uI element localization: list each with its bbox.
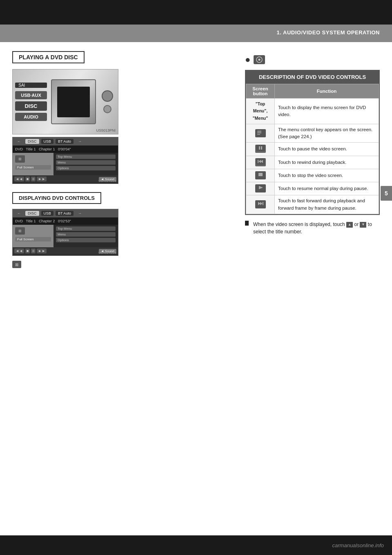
dvd-title-text-1: DVD Title 1 Chapter 1 0'00'04": [15, 147, 71, 151]
dvd-menu-top: Top Menu: [56, 154, 116, 159]
usb-aux-btn: USB·AUX: [15, 91, 47, 99]
dvd-btn-rw[interactable]: ◄◄: [14, 177, 24, 181]
dvd2-btn-pause[interactable]: II: [31, 248, 36, 253]
dvd-btn-stop[interactable]: ■: [25, 177, 30, 181]
col-header-function: Function: [275, 84, 379, 98]
function-cell-5: Touch to stop the video screen.: [275, 169, 379, 182]
rewind-icon: [255, 158, 266, 166]
dvd-btn-ff[interactable]: ►►: [37, 177, 47, 181]
table-row: Touch to pause the video screen.: [246, 143, 379, 156]
description-table: Screen button Function "Top Menu","Menu"…: [246, 84, 379, 214]
function-cell-7: Touch to fast forward during playback an…: [275, 195, 379, 214]
console-image: SAI USB·AUX DISC AUDIO US5013PN: [12, 69, 118, 134]
dvd-tab-disc: DISC: [25, 139, 39, 144]
full-screen-btn-1[interactable]: Full Screen: [15, 165, 51, 170]
top-black-bar: [0, 0, 392, 25]
disc-btn: DISC: [15, 101, 47, 111]
dvd-screen1-label: US40241Ga: [98, 179, 116, 183]
screen-button-cell-3: [246, 143, 275, 156]
sai-label: SAI: [15, 83, 47, 88]
dvd-menu-area-1: Top Menu Menu Options: [53, 153, 118, 175]
note-row: When the video screen is displayed, touc…: [245, 221, 380, 235]
pause-icon: [255, 145, 266, 153]
dvd-tab-fwd: →: [76, 139, 84, 144]
dvd2-btn-stop[interactable]: ■: [25, 248, 30, 253]
dvd-main-1: ⊠ Full Screen Top Menu Menu Options: [13, 153, 118, 175]
audio-btn: AUDIO: [15, 113, 47, 121]
table-row: The menu control key appears on the scre…: [246, 124, 379, 143]
dvd-menu2-options: Options: [56, 238, 116, 242]
dvd-tab2-disc: DISC: [25, 211, 39, 216]
dvd-tab-back: ←: [15, 139, 23, 144]
dvd-tab2-usb: USB: [41, 211, 54, 216]
left-column: PLAYING A DVD DISC SAI USB·AUX DISC AUDI…: [12, 51, 237, 271]
screen-button-cell-7: [246, 195, 275, 214]
screen-button-cell-1: "Top Menu","Menu": [246, 98, 275, 124]
dvd-title-bar-2: DVD Title 1 Chapter 2 0'02'53": [13, 217, 118, 225]
icon-marker: ⊠: [12, 261, 21, 268]
col-header-button: Screen button: [246, 84, 275, 98]
function-cell-4: Touch to rewind during playback.: [275, 156, 379, 169]
screen-button-cell-2: [246, 124, 275, 143]
function-cell-6: Touch to resume normal play during pause…: [275, 182, 379, 195]
screen-button-cell-6: [246, 182, 275, 195]
svg-rect-3: [257, 131, 261, 132]
svg-rect-5: [257, 134, 260, 135]
svg-point-1: [258, 59, 261, 61]
description-table-container: DESCRIPTION OF DVD VIDEO CONTROLS Screen…: [245, 70, 380, 215]
dvd2-btn-ff[interactable]: ►►: [37, 248, 47, 253]
dvd-btn-pause[interactable]: II: [31, 177, 36, 181]
header-bar: 1. AUDIO/VIDEO SYSTEM OPERATION: [0, 25, 392, 40]
note-text: When the video screen is displayed, touc…: [253, 221, 380, 235]
console-image-label: US5013PNI: [96, 128, 116, 132]
dvd-control-icons-2: ◄◄ ■ II ►►: [14, 248, 47, 253]
table-row: Touch to stop the video screen.: [246, 169, 379, 182]
dvd-tab2-fwd: →: [76, 211, 84, 216]
function-cell-1: Touch to display the menu screen for DVD…: [275, 98, 379, 124]
stop-icon: [255, 171, 266, 179]
dvd-menu-menu: Menu: [56, 160, 116, 165]
menu-key-icon: [255, 129, 266, 137]
dvd-menu-area-2: Top Menu Menu Options: [53, 225, 118, 247]
ff-icon: [255, 200, 266, 208]
dvd-top-bar-1: ← DISC USB BT Auto →: [13, 137, 118, 145]
function-cell-3: Touch to pause the video screen.: [275, 143, 379, 156]
down-arrow-icon: ▼: [360, 222, 366, 228]
accent-line: [0, 40, 392, 42]
up-arrow-icon: ▲: [346, 222, 353, 228]
description-table-header: DESCRIPTION OF DVD VIDEO CONTROLS: [246, 71, 379, 84]
dvd-top-bar-2: ← DISC USB BT Auto →: [13, 209, 118, 217]
dvd-tab2-back: ←: [15, 211, 23, 216]
right-column: ● DESCRIPTION OF DVD VIDEO CONTROLS Scre…: [245, 51, 380, 271]
table-row: Touch to resume normal play during pause…: [246, 182, 379, 195]
table-row: Touch to rewind during playback.: [246, 156, 379, 169]
dvd-tab-usb: USB: [41, 139, 54, 144]
svg-rect-20: [263, 202, 263, 205]
note-black-icon: [245, 221, 249, 226]
dvd-screen-2: ← DISC USB BT Auto → DVD Title 1 Chapter…: [12, 209, 118, 256]
dvd-screen-1: ← DISC USB BT Auto → DVD Title 1 Chapter…: [12, 137, 118, 184]
svg-rect-4: [257, 132, 261, 133]
svg-rect-6: [256, 145, 265, 151]
svg-rect-14: [258, 173, 263, 176]
dvd-control-icons-1: ◄◄ ■ II ►►: [14, 177, 47, 181]
bottom-bar: carmanualsonline.info: [0, 535, 392, 555]
dvd-title-text-2: DVD Title 1 Chapter 2 0'02'53": [15, 219, 71, 223]
displaying-dvd-heading: DISPLAYING DVD CONTROLS: [12, 192, 101, 204]
dvd-main-2: ⊠ Full Screen Top Menu Menu Options: [13, 225, 118, 247]
dvd-screen2-label: US40241Ga: [98, 251, 116, 255]
dvd2-btn-rw[interactable]: ◄◄: [14, 248, 24, 253]
dvd-title-bar-1: DVD Title 1 Chapter 1 0'00'04": [13, 145, 118, 153]
top-menu-label: "Top Menu","Menu": [253, 101, 268, 121]
dvd-menu-options: Options: [56, 166, 116, 170]
svg-rect-12: [258, 160, 258, 163]
svg-rect-8: [261, 146, 262, 150]
function-cell-2: The menu control key appears on the scre…: [275, 124, 379, 143]
header-title: 1. AUDIO/VIDEO SYSTEM OPERATION: [277, 29, 380, 36]
screen-button-cell-4: [246, 156, 275, 169]
table-row: Touch to fast forward during playback an…: [246, 195, 379, 214]
screen-button-cell-5: [246, 169, 275, 182]
bottom-logo: carmanualsonline.info: [332, 542, 384, 548]
dvd-gray-area-1: ⊠ Full Screen: [13, 153, 53, 175]
full-screen-btn-2[interactable]: Full Screen: [15, 237, 51, 242]
